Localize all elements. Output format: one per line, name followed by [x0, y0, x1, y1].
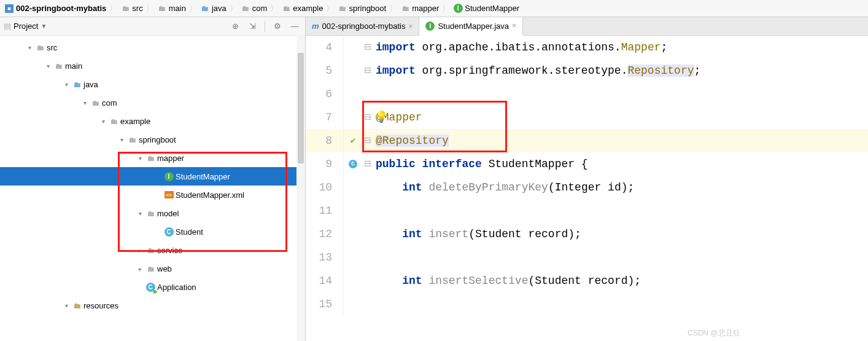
tree-item-label: Application [156, 283, 196, 292]
expand-icon[interactable]: ⇲ [246, 20, 259, 33]
chevron-right-icon: 〉 [230, 3, 238, 14]
breadcrumb-item[interactable]: 🖿mapper [398, 4, 441, 14]
tree-arrow-icon[interactable]: ▾ [61, 81, 71, 88]
gutter-icon[interactable]: C [344, 160, 362, 168]
tree-item[interactable]: ▾🖿resources [0, 296, 305, 315]
code-editor[interactable]: 4⊟import org.apache.ibatis.annotations.M… [306, 36, 868, 341]
breadcrumb-label: springboot [349, 4, 386, 13]
code-line[interactable]: 15 [306, 292, 868, 316]
scrollbar-vertical[interactable] [296, 34, 305, 341]
code-line[interactable]: 5⊟import org.springframework.stereotype.… [306, 59, 868, 82]
tree-arrow-icon[interactable]: ▾ [61, 302, 71, 309]
code-line[interactable]: 13 [306, 246, 868, 269]
code-line[interactable]: 11 [306, 199, 868, 222]
code-line[interactable]: 12 int insert(Student record); [306, 222, 868, 246]
breadcrumb-label: main [169, 4, 186, 13]
breadcrumb-item[interactable]: 🖿com [239, 4, 269, 14]
tree-item[interactable]: ▸🖿web [0, 259, 305, 278]
tree-item[interactable]: ▾🖿java [0, 75, 305, 93]
tree-arrow-icon[interactable]: ▾ [98, 118, 108, 125]
editor-tab[interactable]: IStudentMapper.java× [419, 17, 523, 36]
tree-item[interactable]: ▸🖿service [0, 241, 305, 259]
tree-item[interactable]: ▾🖿main [0, 57, 305, 75]
tree-item[interactable]: ▾🖿example [0, 112, 305, 130]
fold-icon[interactable]: ⊟ [362, 152, 373, 176]
code-text[interactable]: int deleteByPrimaryKey(Integer id); [373, 176, 634, 199]
hide-icon[interactable]: — [288, 20, 301, 33]
breadcrumb-item[interactable]: 🖿src [118, 4, 144, 14]
code-line[interactable]: 6 [306, 82, 868, 106]
close-icon[interactable]: × [512, 22, 516, 30]
tree-arrow-icon[interactable]: ▸ [135, 247, 145, 254]
interface-icon: I [453, 4, 463, 14]
line-number: 6 [306, 82, 344, 106]
chevron-right-icon: 〉 [270, 3, 278, 14]
code-text[interactable]: import org.apache.ibatis.annotations.Map… [373, 36, 667, 59]
breadcrumb-item[interactable]: 🖿java [198, 4, 228, 14]
fold-icon[interactable]: ⊟ [362, 36, 373, 59]
gear-icon[interactable]: ⚙ [271, 20, 284, 33]
code-text[interactable]: 💡@Mapper [373, 106, 422, 129]
code-line[interactable]: 4⊟import org.apache.ibatis.annotations.M… [306, 36, 868, 59]
tree-item[interactable]: ▾🖿src [0, 38, 305, 57]
project-tree[interactable]: ▾🖿src▾🖿main▾🖿java▾🖿com▾🖿example▾🖿springb… [0, 36, 305, 341]
breadcrumb-item[interactable]: 🖿springboot [335, 4, 388, 14]
tree-item[interactable]: ▾🖿mapper [0, 149, 305, 167]
fold-icon[interactable]: ⊟ [362, 129, 373, 152]
code-text[interactable]: import org.springframework.stereotype.Re… [373, 59, 700, 82]
close-icon[interactable]: × [408, 22, 413, 31]
interface-icon: I [425, 21, 435, 31]
tab-label: StudentMapper.java [438, 22, 509, 31]
code-line[interactable]: 7⊟💡@Mapper [306, 106, 868, 129]
class-run-icon: C▶ [145, 283, 156, 292]
tree-arrow-icon[interactable]: ▾ [135, 155, 145, 162]
tree-item[interactable]: CStudent [0, 222, 305, 241]
fold-icon[interactable]: ⊟ [362, 106, 373, 129]
tree-item[interactable]: <>StudentMapper.xml [0, 186, 305, 204]
fold-icon[interactable]: ⊟ [362, 59, 373, 82]
tree-item[interactable]: IStudentMapper [0, 167, 305, 186]
tree-item-label: web [156, 264, 172, 273]
breadcrumb-label: example [293, 4, 323, 13]
tree-item[interactable]: ▾🖿model [0, 204, 305, 222]
project-panel-title[interactable]: ▤ Project ▼ [4, 22, 47, 31]
code-text[interactable]: int insertSelective(Student record); [373, 269, 641, 292]
tree-arrow-icon[interactable]: ▾ [135, 210, 145, 217]
breadcrumb-item[interactable]: IStudentMapper [451, 4, 521, 14]
folder-icon: 🖿 [241, 4, 250, 14]
code-line[interactable]: 14 int insertSelective(Student record); [306, 269, 868, 292]
breadcrumb-item[interactable]: 🖿main [155, 4, 188, 14]
gutter-icon[interactable]: ✔ [344, 129, 362, 152]
code-text[interactable]: @Repository [373, 129, 449, 152]
locate-icon[interactable]: ⊕ [228, 20, 242, 33]
folder-icon: 🖿 [53, 61, 64, 71]
tree-item[interactable]: ▾🖿springboot [0, 130, 305, 149]
tree-arrow-icon[interactable]: ▾ [80, 100, 90, 106]
tree-item[interactable]: ▾🖿com [0, 93, 305, 112]
project-icon: ▤ [4, 22, 11, 31]
breadcrumb-label: mapper [412, 4, 439, 13]
line-number: 13 [306, 246, 344, 269]
editor-tabs: m002-springboot-mybatis×IStudentMapper.j… [306, 17, 868, 36]
editor-area: m002-springboot-mybatis×IStudentMapper.j… [306, 17, 868, 341]
tree-item-label: StudentMapper [174, 172, 230, 181]
scrollbar-thumb[interactable] [298, 53, 304, 163]
folder-icon: 🖿 [126, 135, 138, 144]
tree-arrow-icon[interactable]: ▸ [135, 265, 145, 272]
folder-icon: 🖿 [145, 209, 156, 218]
tree-arrow-icon[interactable]: ▾ [117, 136, 126, 143]
line-number: 8 [306, 129, 344, 152]
tree-item[interactable]: C▶Application [0, 278, 305, 296]
code-line[interactable]: 10 int deleteByPrimaryKey(Integer id); [306, 176, 868, 199]
tree-arrow-icon[interactable]: ▾ [43, 63, 53, 69]
chevron-right-icon: 〉 [326, 3, 334, 14]
breadcrumb-item[interactable]: ■002-springboot-mybatis [2, 4, 108, 14]
breadcrumb-item[interactable]: 🖿example [279, 4, 325, 14]
code-line[interactable]: 9C⊟public interface StudentMapper { [306, 152, 868, 176]
code-text[interactable]: int insert(Student record); [373, 222, 581, 246]
tree-arrow-icon[interactable]: ▾ [25, 44, 34, 51]
editor-tab[interactable]: m002-springboot-mybatis× [306, 17, 419, 35]
folder-blue-icon: 🖿 [71, 80, 82, 89]
code-text[interactable]: public interface StudentMapper { [373, 152, 588, 176]
code-line[interactable]: 8✔⊟@Repository [306, 129, 868, 152]
